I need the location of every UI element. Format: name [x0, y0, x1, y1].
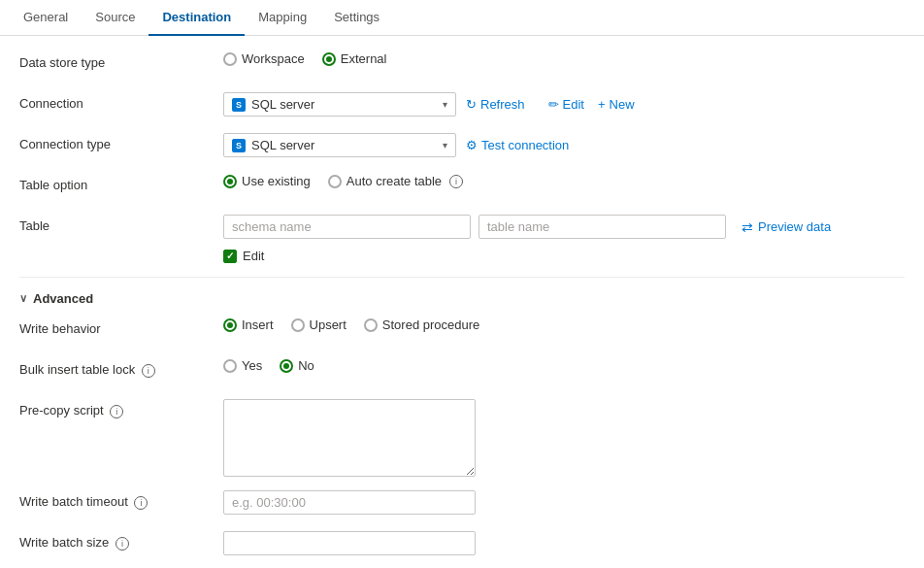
connection-control: S SQL server ▾ ↻ Refresh ✏ Edit + New	[223, 92, 905, 117]
advanced-chevron-icon: ∨	[19, 292, 27, 305]
write-batch-timeout-label: Write batch timeout i	[19, 490, 223, 510]
radio-stored-procedure-input[interactable]	[364, 318, 378, 332]
connection-type-control: S SQL server ▾ ⚙ Test connection	[223, 133, 905, 157]
radio-workspace-label: Workspace	[242, 51, 305, 66]
schema-name-input[interactable]	[223, 215, 471, 239]
radio-external-label: External	[341, 51, 387, 66]
radio-stored-procedure[interactable]: Stored procedure	[364, 317, 479, 332]
radio-no-input[interactable]	[280, 359, 293, 373]
radio-yes-input[interactable]	[223, 359, 237, 373]
connection-type-dropdown[interactable]: S SQL server ▾	[223, 133, 456, 157]
edit-label: Edit	[563, 97, 584, 112]
radio-yes[interactable]: Yes	[223, 358, 262, 373]
connection-type-row: Connection type S SQL server ▾ ⚙ Test co…	[19, 133, 905, 160]
data-store-type-control: Workspace External	[223, 51, 905, 66]
radio-external-input[interactable]	[322, 52, 336, 66]
auto-create-info-icon[interactable]: i	[449, 175, 463, 188]
edit-connection-button[interactable]: ✏ Edit	[544, 95, 588, 114]
test-icon: ⚙	[466, 138, 478, 152]
pre-copy-script-label: Pre-copy script i	[19, 399, 223, 418]
write-batch-size-control	[223, 531, 905, 555]
radio-use-existing-label: Use existing	[242, 174, 311, 188]
pre-copy-script-row: Pre-copy script i	[19, 399, 905, 477]
tab-destination[interactable]: Destination	[148, 0, 245, 36]
radio-workspace[interactable]: Workspace	[223, 51, 305, 66]
refresh-label: Refresh	[480, 97, 525, 112]
pre-copy-script-textarea[interactable]	[223, 399, 476, 477]
connection-type-chevron: ▾	[443, 140, 447, 150]
table-option-control: Use existing Auto create table i	[223, 174, 905, 188]
table-name-input[interactable]	[478, 215, 726, 239]
connection-row: Connection S SQL server ▾ ↻ Refresh ✏ Ed…	[19, 92, 905, 119]
connection-dropdown[interactable]: S SQL server ▾	[223, 92, 456, 117]
table-label: Table	[19, 215, 223, 233]
refresh-button[interactable]: ↻ Refresh	[462, 95, 529, 114]
write-batch-size-row: Write batch size i	[19, 531, 905, 558]
radio-auto-create-input[interactable]	[328, 175, 342, 188]
radio-auto-create[interactable]: Auto create table i	[328, 174, 463, 188]
refresh-icon: ↻	[466, 97, 477, 112]
data-store-type-label: Data store type	[19, 51, 223, 70]
bulk-insert-control: Yes No	[223, 358, 905, 373]
connection-label: Connection	[19, 92, 223, 111]
preview-data-button[interactable]: ⇄ Preview data	[742, 219, 831, 235]
advanced-toggle[interactable]: ∨ Advanced	[19, 291, 905, 306]
edit-checkbox[interactable]: Edit	[223, 249, 264, 263]
radio-upsert-label: Upsert	[310, 317, 346, 332]
sql-server-type-icon: S	[232, 139, 246, 152]
connection-value: SQL server	[251, 97, 314, 112]
sql-server-icon: S	[232, 98, 246, 112]
radio-no[interactable]: No	[280, 358, 314, 373]
table-option-label: Table option	[19, 174, 223, 192]
radio-stored-procedure-label: Stored procedure	[382, 317, 479, 332]
bulk-insert-info-icon[interactable]: i	[142, 364, 155, 378]
edit-checkbox-label: Edit	[243, 249, 264, 263]
radio-insert[interactable]: Insert	[223, 317, 274, 332]
tab-settings[interactable]: Settings	[320, 0, 393, 36]
connection-type-label: Connection type	[19, 133, 223, 151]
write-batch-timeout-info-icon[interactable]: i	[134, 496, 148, 510]
write-behavior-row: Write behavior Insert Upsert Stored proc…	[19, 317, 905, 345]
radio-auto-create-label: Auto create table	[346, 174, 442, 188]
tab-source[interactable]: Source	[82, 0, 148, 36]
new-label: New	[610, 97, 635, 112]
tab-bar: General Source Destination Mapping Setti…	[0, 0, 924, 36]
write-batch-timeout-input[interactable]	[223, 490, 476, 515]
write-batch-size-input[interactable]	[223, 531, 476, 555]
radio-external[interactable]: External	[322, 51, 387, 66]
bulk-insert-row: Bulk insert table lock i Yes No	[19, 358, 905, 385]
preview-label: Preview data	[758, 219, 831, 234]
table-option-row: Table option Use existing Auto create ta…	[19, 174, 905, 201]
radio-use-existing[interactable]: Use existing	[223, 174, 311, 188]
pre-copy-script-control	[223, 399, 905, 477]
radio-upsert-input[interactable]	[291, 318, 305, 332]
radio-workspace-input[interactable]	[223, 52, 237, 66]
write-behavior-control: Insert Upsert Stored procedure	[223, 317, 905, 332]
table-row: Table ⇄ Preview data Edit	[19, 215, 905, 263]
advanced-label: Advanced	[33, 291, 93, 306]
new-connection-button[interactable]: + New	[594, 95, 639, 114]
divider	[19, 277, 905, 278]
edit-checkbox-box[interactable]	[223, 250, 237, 263]
write-batch-size-label: Write batch size i	[19, 531, 223, 551]
tab-general[interactable]: General	[10, 0, 82, 36]
radio-upsert[interactable]: Upsert	[291, 317, 346, 332]
form-content: Data store type Workspace External Conne…	[0, 36, 924, 568]
radio-insert-label: Insert	[242, 317, 274, 332]
write-batch-size-info-icon[interactable]: i	[116, 537, 129, 551]
tab-mapping[interactable]: Mapping	[245, 0, 320, 36]
bulk-insert-label: Bulk insert table lock i	[19, 358, 223, 378]
plus-icon: +	[598, 97, 606, 112]
connection-type-value: SQL server	[251, 138, 314, 152]
test-connection-button[interactable]: ⚙ Test connection	[462, 136, 573, 154]
preview-icon: ⇄	[742, 219, 753, 235]
pre-copy-info-icon[interactable]: i	[110, 405, 123, 418]
radio-use-existing-input[interactable]	[223, 175, 237, 188]
edit-icon: ✏	[548, 97, 559, 112]
write-batch-timeout-row: Write batch timeout i	[19, 490, 905, 518]
connection-dropdown-chevron: ▾	[443, 99, 447, 110]
write-behavior-label: Write behavior	[19, 317, 223, 336]
radio-insert-input[interactable]	[223, 318, 237, 332]
data-store-type-row: Data store type Workspace External	[19, 51, 905, 79]
write-batch-timeout-control	[223, 490, 905, 515]
